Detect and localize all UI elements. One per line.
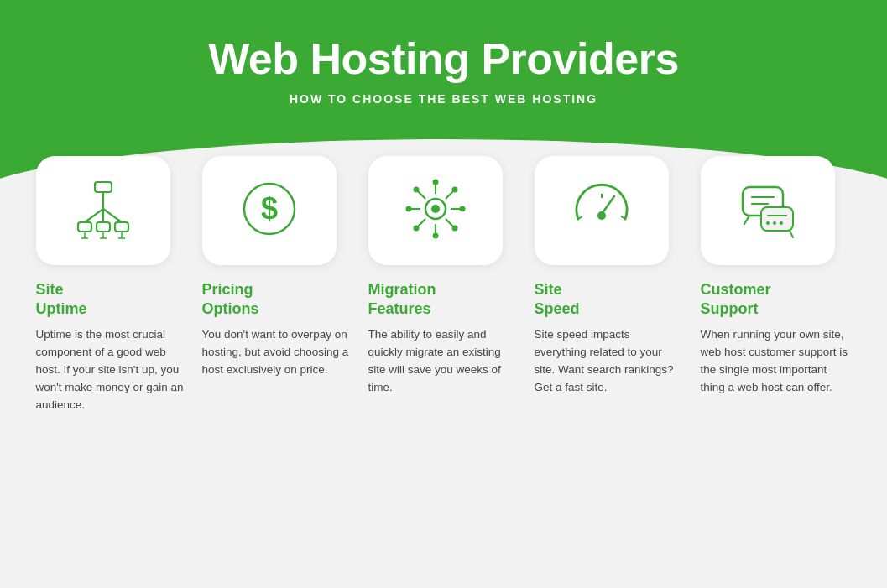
svg-rect-3 — [115, 222, 128, 232]
svg-line-36 — [621, 216, 625, 219]
svg-point-17 — [431, 205, 440, 213]
main-title: Web Hosting Providers — [17, 34, 870, 84]
svg-line-22 — [417, 190, 425, 199]
svg-line-7 — [103, 209, 122, 222]
svg-line-35 — [578, 216, 582, 219]
svg-point-27 — [432, 233, 438, 239]
dollar-icon: $ — [236, 175, 303, 246]
page-wrapper: Web Hosting Providers HOW TO CHOOSE THE … — [0, 0, 887, 588]
svg-point-31 — [451, 226, 457, 232]
sub-title: HOW TO CHOOSE THE BEST WEB HOSTING — [17, 92, 870, 106]
svg-rect-1 — [78, 222, 91, 232]
icon-box-pricing-options: $ — [202, 156, 337, 265]
svg-line-25 — [417, 219, 425, 227]
svg-rect-2 — [97, 222, 110, 232]
svg-point-26 — [432, 180, 438, 185]
svg-point-44 — [773, 221, 776, 225]
svg-point-43 — [766, 221, 770, 225]
speedometer-icon — [568, 175, 635, 246]
svg-point-30 — [413, 187, 419, 193]
cards-section: SiteUptime Uptime is the most crucial co… — [0, 156, 887, 414]
card-desc-site-uptime: Uptime is the most crucial component of … — [36, 326, 187, 414]
svg-line-5 — [85, 209, 103, 222]
card-site-speed: SiteSpeed Site speed impacts everything … — [535, 156, 686, 414]
svg-point-34 — [597, 211, 606, 220]
icon-box-migration-features — [368, 156, 503, 265]
svg-point-45 — [780, 221, 783, 225]
card-desc-migration-features: The ability to easily and quickly migrat… — [368, 326, 519, 397]
card-title-customer-support: CustomerSupport — [701, 280, 852, 318]
svg-point-29 — [459, 206, 465, 212]
svg-rect-0 — [95, 182, 112, 192]
card-migration-features: MigrationFeatures The ability to easily … — [368, 156, 519, 414]
migration-icon — [402, 175, 469, 246]
icon-box-customer-support — [701, 156, 835, 265]
icon-box-site-uptime — [36, 156, 170, 265]
card-pricing-options: $ PricingOptions You don't want to overp… — [202, 156, 353, 414]
card-desc-customer-support: When running your own site, web host cus… — [701, 326, 852, 397]
icon-box-site-speed — [535, 156, 669, 265]
svg-rect-41 — [761, 207, 793, 231]
card-desc-site-speed: Site speed impacts everything related to… — [535, 326, 686, 397]
card-customer-support: CustomerSupport When running your own si… — [701, 156, 852, 414]
card-title-site-speed: SiteSpeed — [535, 280, 686, 318]
card-title-site-uptime: SiteUptime — [36, 280, 187, 318]
svg-point-28 — [405, 206, 411, 212]
card-title-migration-features: MigrationFeatures — [368, 280, 519, 318]
svg-text:$: $ — [260, 191, 277, 226]
chat-icon — [734, 175, 801, 246]
svg-point-32 — [451, 187, 457, 193]
network-icon — [70, 175, 137, 246]
card-desc-pricing-options: You don't want to overpay on hosting, bu… — [202, 326, 353, 379]
svg-line-23 — [446, 219, 454, 227]
card-site-uptime: SiteUptime Uptime is the most crucial co… — [36, 156, 187, 414]
svg-point-33 — [413, 226, 419, 232]
card-title-pricing-options: PricingOptions — [202, 280, 353, 318]
svg-line-24 — [446, 190, 454, 199]
